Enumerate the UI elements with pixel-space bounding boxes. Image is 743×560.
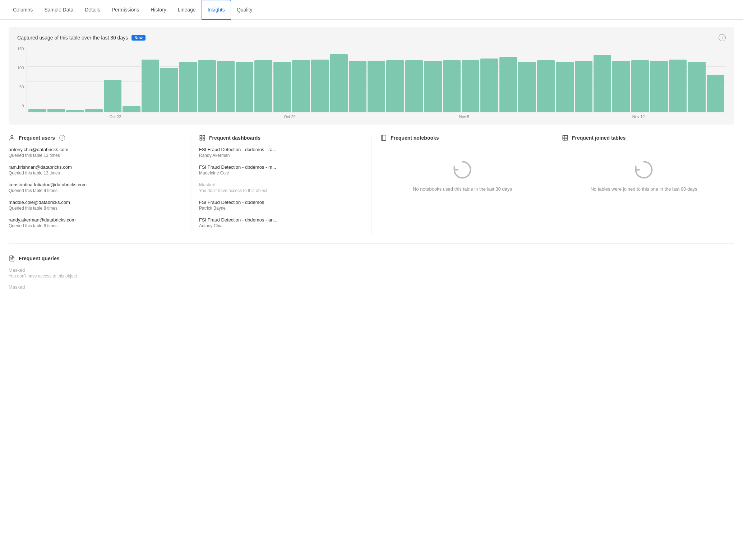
bar-12 — [254, 60, 272, 112]
tab-insights[interactable]: Insights — [202, 0, 231, 20]
user-query-1: Queried this table 13 times — [9, 171, 181, 176]
bar-18 — [368, 61, 385, 112]
frequent-users-title: Frequent users — [19, 135, 55, 141]
frequent-joined-tables-title: Frequent joined tables — [572, 135, 626, 141]
y-label-0: 0 — [17, 104, 24, 108]
bar-27 — [537, 60, 555, 112]
frequent-notebooks-title: Frequent notebooks — [391, 135, 439, 141]
notebook-icon — [380, 135, 387, 141]
tab-bar: Columns Sample Data Details Permissions … — [0, 0, 743, 20]
bar-21 — [424, 61, 442, 112]
frequent-queries-header: Frequent queries — [9, 255, 734, 262]
dashboard-no-access-2: You don't have access to this object — [199, 188, 363, 193]
tab-details[interactable]: Details — [79, 0, 106, 20]
tab-permissions[interactable]: Permissions — [106, 0, 145, 20]
bar-22 — [443, 60, 461, 112]
chart-y-axis: 150 100 50 0 — [17, 47, 27, 108]
x-label-oct29: Oct 29 — [284, 115, 295, 119]
svg-rect-7 — [563, 135, 568, 140]
query-masked-0: Masked — [9, 267, 734, 273]
insights-grid: Frequent users i antony.chia@databricks.… — [9, 135, 734, 244]
svg-rect-2 — [203, 135, 205, 137]
bar-10 — [217, 61, 235, 112]
dashboard-icon — [199, 135, 206, 141]
dashboard-owner-4: Antony Chia — [199, 223, 363, 228]
bar-25 — [499, 57, 517, 112]
bar-33 — [650, 61, 668, 112]
bar-17 — [349, 61, 366, 112]
bar-23 — [462, 60, 479, 112]
query-masked-1: Masked — [9, 284, 734, 290]
user-email-4: randy.akerman@databricks.com — [9, 217, 181, 223]
y-label-150: 150 — [17, 47, 24, 51]
main-content: Captured usage of this table over the la… — [0, 20, 743, 303]
bar-3 — [85, 109, 103, 112]
svg-rect-4 — [200, 139, 202, 140]
bar-20 — [405, 60, 423, 112]
frequent-notebooks-col: Frequent notebooks No notebooks used thi… — [372, 135, 553, 235]
bar-29 — [575, 61, 592, 112]
dashboard-name-1: FSI Fraud Detection - dbdemos - m... — [199, 164, 363, 170]
query-icon — [9, 255, 15, 262]
tab-sample-data[interactable]: Sample Data — [38, 0, 79, 20]
chart-header: Captured usage of this table over the la… — [17, 34, 726, 41]
chart-info-icon[interactable]: i — [719, 34, 726, 41]
tab-lineage[interactable]: Lineage — [172, 0, 202, 20]
bar-19 — [386, 60, 404, 112]
query-item-0: Masked You don't have access to this obj… — [9, 267, 734, 279]
x-label-group-oct29: Oct 29 — [203, 115, 377, 119]
user-item-0: antony.chia@databricks.com Queried this … — [9, 147, 181, 158]
joined-tables-empty-text: No tables were joined to this one in the… — [590, 186, 697, 193]
bar-15 — [311, 60, 329, 112]
user-item-4: randy.akerman@databricks.com Queried thi… — [9, 217, 181, 228]
table-icon — [562, 135, 568, 141]
dashboard-item-4: FSI Fraud Detection - dbdemos - an... An… — [199, 217, 363, 228]
dashboard-owner-0: Randy Akerman — [199, 153, 363, 158]
bar-11 — [236, 62, 253, 112]
bar-9 — [198, 60, 216, 112]
tab-history[interactable]: History — [145, 0, 172, 20]
user-item-2: konstantina.fotiadou@databricks.com Quer… — [9, 182, 181, 193]
frequent-notebooks-header: Frequent notebooks — [380, 135, 544, 141]
x-label-group-oct22: Oct 22 — [28, 115, 202, 119]
bar-34 — [669, 60, 687, 112]
svg-point-0 — [11, 135, 13, 137]
bar-36 — [707, 75, 724, 112]
dashboard-masked-2: Masked — [199, 182, 363, 187]
notebooks-empty-text: No notebooks used this table in the last… — [413, 186, 512, 193]
x-label-group-nov12: Nov 12 — [552, 115, 726, 119]
bars-area — [27, 51, 726, 112]
user-item-1: ram.krishnan@databricks.com Queried this… — [9, 164, 181, 176]
user-query-3: Queried this table 8 times — [9, 206, 181, 211]
tab-quality[interactable]: Quality — [231, 0, 258, 20]
bar-14 — [292, 60, 310, 112]
bar-8 — [179, 62, 197, 112]
tab-columns[interactable]: Columns — [7, 0, 38, 20]
frequent-queries-section: Frequent queries Masked You don't have a… — [9, 255, 734, 290]
dashboard-item-3: FSI Fraud Detection - dbdemos Patrick Ba… — [199, 200, 363, 211]
frequent-queries-title: Frequent queries — [19, 256, 60, 261]
bar-35 — [688, 62, 705, 112]
frequent-users-col: Frequent users i antony.chia@databricks.… — [9, 135, 190, 235]
frequent-users-info-icon[interactable]: i — [59, 135, 65, 141]
query-item-1: Masked — [9, 284, 734, 290]
frequent-users-header: Frequent users i — [9, 135, 181, 141]
chart-section: Captured usage of this table over the la… — [9, 27, 734, 125]
dashboard-name-3: FSI Fraud Detection - dbdemos — [199, 200, 363, 205]
dashboard-name-4: FSI Fraud Detection - dbdemos - an... — [199, 217, 363, 223]
notebooks-empty-state: No notebooks used this table in the last… — [380, 147, 544, 204]
chart-container: 150 100 50 0 Oct 22 Oct 29 Nov 5 — [17, 47, 726, 119]
bar-32 — [631, 60, 649, 112]
dashboard-item-0: FSI Fraud Detection - dbdemos - ra... Ra… — [199, 147, 363, 158]
bar-4 — [104, 80, 121, 112]
dashboard-owner-1: Madeleine Cole — [199, 171, 363, 176]
chart-title-text: Captured usage of this table over the la… — [17, 35, 128, 41]
y-label-50: 50 — [17, 85, 24, 89]
user-query-4: Queried this table 6 times — [9, 223, 181, 228]
notebooks-history-icon — [451, 158, 474, 181]
bar-31 — [612, 61, 630, 112]
frequent-joined-tables-col: Frequent joined tables No tables were jo… — [553, 135, 734, 235]
bar-0 — [28, 109, 46, 112]
query-no-access-0: You don't have access to this object — [9, 274, 734, 279]
user-icon — [9, 135, 15, 141]
